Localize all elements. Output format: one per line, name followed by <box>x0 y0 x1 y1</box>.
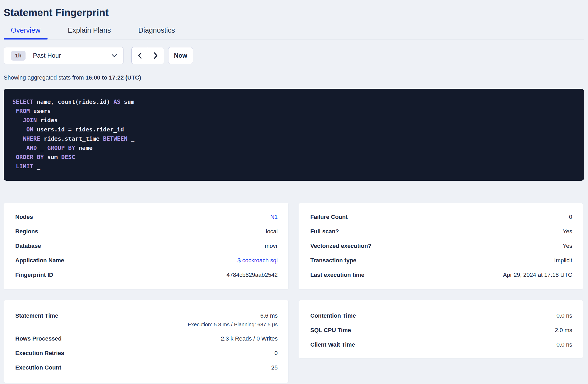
stat-sub-value: Execution: 5.8 ms / Planning: 687.5 µs <box>15 321 278 328</box>
stat-label: Client Wait Time <box>310 341 355 348</box>
stats-cards-grid: NodesN1RegionslocalDatabasemovrApplicati… <box>4 203 584 383</box>
stat-label: Rows Processed <box>15 335 62 342</box>
stat-value: local <box>266 228 278 235</box>
time-range-badge: 1h <box>11 51 26 61</box>
stat-row: Regionslocal <box>15 228 278 235</box>
stat-label: Last execution time <box>310 272 364 278</box>
stat-value: 2.3 k Reads / 0 Writes <box>221 335 278 342</box>
sql-line: WHERE rides.start_time BETWEEN _ <box>12 134 576 143</box>
sql-line: FROM users <box>12 106 576 116</box>
stat-row: Execution Count25 <box>15 364 278 371</box>
stat-row: Rows Processed2.3 k Reads / 0 Writes <box>15 335 278 342</box>
stat-row: Execution Retries0 <box>15 350 278 357</box>
prev-time-button[interactable] <box>132 47 148 64</box>
stat-value: Yes <box>563 228 572 235</box>
stat-label: Fingerprint ID <box>15 272 53 278</box>
stat-row: Client Wait Time0.0 ns <box>310 341 572 348</box>
sql-code: SELECT name, count(rides.id) AS sum FROM… <box>12 97 576 171</box>
sql-line: ON users.id = rides.rider_id <box>12 125 576 134</box>
stat-value: Yes <box>563 243 572 249</box>
sql-line: ORDER BY sum DESC <box>12 152 576 162</box>
tab-diagnostics[interactable]: Diagnostics <box>131 26 182 39</box>
stat-value: Apr 29, 2024 at 17:18 UTC <box>503 272 572 278</box>
page-title: Statement Fingerprint <box>4 7 584 18</box>
stat-row: Contention Time0.0 ns <box>310 312 572 319</box>
stat-label: Contention Time <box>310 312 356 319</box>
stat-label: SQL CPU Time <box>310 327 351 334</box>
stat-label: Application Name <box>15 257 64 264</box>
stat-value-link[interactable]: N1 <box>270 214 278 220</box>
card-performance-right: Contention Time0.0 nsSQL CPU Time2.0 msC… <box>299 300 583 358</box>
time-nav-group <box>131 47 164 64</box>
stat-value: movr <box>265 243 278 249</box>
tab-bar: Overview Explain Plans Diagnostics <box>4 26 584 40</box>
time-range-label: Past Hour <box>33 52 111 59</box>
sql-line: LIMIT _ <box>12 162 576 171</box>
stat-value-link[interactable]: $ cockroach sql <box>237 257 278 264</box>
stats-caption-prefix: Showing aggregated stats from <box>4 74 86 81</box>
stat-label: Nodes <box>15 214 33 220</box>
next-time-button[interactable] <box>148 47 164 64</box>
now-button[interactable]: Now <box>168 47 193 64</box>
stat-row: Application Name$ cockroach sql <box>15 257 278 264</box>
tab-explain-plans[interactable]: Explain Plans <box>61 26 118 39</box>
stat-value: 0 <box>569 214 572 220</box>
stats-caption-range: 16:00 to 17:22 (UTC) <box>86 74 141 81</box>
time-range-select[interactable]: 1h Past Hour <box>4 47 124 64</box>
stat-value: 0.0 ns <box>556 312 572 319</box>
stat-row: Full scan?Yes <box>310 228 572 235</box>
stat-value: 6.6 ms <box>260 312 278 319</box>
stat-label: Regions <box>15 228 38 235</box>
stat-label: Failure Count <box>310 214 348 220</box>
stat-row: Last execution timeApr 29, 2024 at 17:18… <box>310 272 572 278</box>
tab-overview[interactable]: Overview <box>4 26 48 39</box>
stat-value: 0.0 ns <box>556 341 572 348</box>
stat-value: 0 <box>275 350 278 357</box>
card-overview-right: Failure Count0Full scan?YesVectorized ex… <box>299 203 583 290</box>
card-performance-left: Statement Time6.6 msExecution: 5.8 ms / … <box>4 300 288 383</box>
stat-row: Statement Time6.6 msExecution: 5.8 ms / … <box>15 312 278 328</box>
statement-fingerprint-page: Statement Fingerprint Overview Explain P… <box>4 7 584 383</box>
sql-statement-box: SELECT name, count(rides.id) AS sum FROM… <box>4 89 584 181</box>
sql-line: AND _ GROUP BY name <box>12 143 576 152</box>
stat-label: Vectorized execution? <box>310 243 371 249</box>
stat-value: 4784cb829aab2542 <box>226 272 278 278</box>
stat-value: 2.0 ms <box>555 327 572 334</box>
time-picker-row: 1h Past Hour <box>4 47 584 64</box>
stat-row: Vectorized execution?Yes <box>310 243 572 249</box>
stat-row: Fingerprint ID4784cb829aab2542 <box>15 272 278 278</box>
chevron-down-icon <box>111 54 117 57</box>
stat-label: Statement Time <box>15 312 58 319</box>
chevron-left-icon <box>137 52 142 59</box>
stat-row: Databasemovr <box>15 243 278 249</box>
stat-row: SQL CPU Time2.0 ms <box>310 327 572 334</box>
stat-label: Execution Count <box>15 364 61 371</box>
sql-line: JOIN rides <box>12 116 576 125</box>
chevron-right-icon <box>153 52 158 59</box>
stat-label: Full scan? <box>310 228 339 235</box>
stat-row: Transaction typeImplicit <box>310 257 572 264</box>
stat-value: Implicit <box>554 257 572 264</box>
stat-value: 25 <box>271 364 278 371</box>
card-overview-left: NodesN1RegionslocalDatabasemovrApplicati… <box>4 203 288 290</box>
stat-label: Execution Retries <box>15 350 64 357</box>
sql-line: SELECT name, count(rides.id) AS sum <box>12 97 576 106</box>
stat-row: NodesN1 <box>15 214 278 220</box>
stat-row: Failure Count0 <box>310 214 572 220</box>
stat-label: Database <box>15 243 41 249</box>
stat-label: Transaction type <box>310 257 356 264</box>
stats-caption: Showing aggregated stats from 16:00 to 1… <box>4 74 584 81</box>
